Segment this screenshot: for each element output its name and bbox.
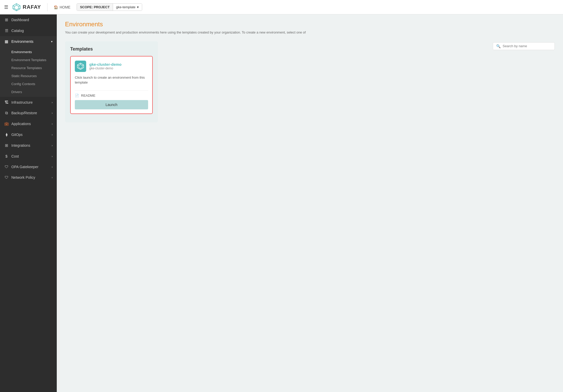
sidebar-label-opa: OPA Gatekeeper bbox=[11, 165, 38, 169]
gitops-icon: ⧫ bbox=[4, 132, 9, 137]
home-label: HOME bbox=[60, 5, 70, 9]
sidebar-label-network: Network Policy bbox=[11, 175, 35, 179]
app-layout: ⊞ Dashboard ☰ Catalog ▦ Environments ▾ E… bbox=[0, 14, 563, 392]
sidebar-label-cost: Cost bbox=[11, 154, 19, 158]
logo-area: RAFAY bbox=[12, 3, 41, 11]
template-info: gke-cluster-demo gke-cluster-demo bbox=[89, 62, 122, 70]
environments-submenu: Environments Environment Templates Resou… bbox=[0, 47, 57, 97]
sidebar-item-gitops[interactable]: ⧫ GitOps › bbox=[0, 129, 57, 140]
sidebar-item-static-resources[interactable]: Static Resources bbox=[11, 72, 57, 80]
template-footer: 📄 README Launch bbox=[75, 90, 148, 109]
backup-chevron: › bbox=[52, 111, 53, 115]
sidebar-item-integrations[interactable]: ⊞ Integrations › bbox=[0, 140, 57, 151]
environments-chevron: ▾ bbox=[51, 40, 53, 43]
hamburger-menu[interactable]: ☰ bbox=[4, 4, 8, 10]
sidebar-label-applications: Applications bbox=[11, 122, 31, 126]
page-title: Environments bbox=[65, 21, 555, 28]
scope-key: PROJECT bbox=[94, 5, 109, 9]
scope-label: SCOPE: PROJECT bbox=[77, 4, 113, 11]
sidebar-item-network-policy[interactable]: 🛡 Network Policy › bbox=[0, 172, 57, 183]
cost-chevron: › bbox=[52, 155, 53, 158]
cost-icon: $ bbox=[4, 154, 9, 158]
dashboard-icon: ⊞ bbox=[4, 18, 9, 22]
readme-link[interactable]: 📄 README bbox=[75, 94, 148, 97]
applications-icon: 💼 bbox=[4, 121, 9, 126]
applications-chevron: › bbox=[52, 122, 53, 125]
readme-label: README bbox=[81, 94, 95, 97]
search-area: 🔍 bbox=[164, 41, 555, 50]
main-content: Environments You can create your develop… bbox=[57, 14, 563, 128]
integrations-icon: ⊞ bbox=[4, 143, 9, 148]
home-icon: 🏠 bbox=[54, 5, 58, 9]
sidebar-item-environments-parent[interactable]: ▦ Environments ▾ bbox=[0, 36, 57, 47]
sidebar-label-integrations: Integrations bbox=[11, 143, 30, 148]
search-icon: 🔍 bbox=[496, 44, 501, 48]
template-logo bbox=[75, 61, 86, 72]
template-name: gke-cluster-demo bbox=[89, 62, 122, 67]
sidebar-item-resource-templates[interactable]: Resource Templates bbox=[11, 64, 57, 72]
environments-icon: ▦ bbox=[4, 39, 9, 44]
template-card: gke-cluster-demo gke-cluster-demo Click … bbox=[70, 56, 153, 114]
svg-marker-9 bbox=[79, 64, 82, 69]
network-chevron: › bbox=[52, 176, 53, 179]
readme-icon: 📄 bbox=[75, 94, 79, 97]
sidebar-item-catalog[interactable]: ☰ Catalog bbox=[0, 25, 57, 36]
svg-marker-1 bbox=[14, 5, 19, 10]
template-card-header: gke-cluster-demo gke-cluster-demo bbox=[75, 61, 148, 72]
scope-selector: SCOPE: PROJECT gke-template ▾ bbox=[77, 3, 142, 11]
sidebar-label-infrastructure: Infrastructure bbox=[11, 100, 33, 104]
sidebar-label-gitops: GitOps bbox=[11, 133, 23, 137]
topbar: ☰ RAFAY 🏠 HOME SCOPE: PROJECT gke-templa… bbox=[0, 0, 563, 14]
logo-text: RAFAY bbox=[23, 4, 41, 10]
page-description: You can create your development and prod… bbox=[65, 30, 555, 35]
sidebar-item-config-contexts[interactable]: Config Contexts bbox=[11, 80, 57, 88]
sidebar-item-opa-gatekeeper[interactable]: 🛡 OPA Gatekeeper › bbox=[0, 161, 57, 172]
catalog-icon: ☰ bbox=[4, 28, 9, 33]
sidebar-item-infrastructure[interactable]: 🏗 Infrastructure › bbox=[0, 97, 57, 108]
scope-value-dropdown[interactable]: gke-template ▾ bbox=[113, 4, 142, 11]
template-sub: gke-cluster-demo bbox=[89, 67, 122, 70]
sidebar-item-dashboard[interactable]: ⊞ Dashboard bbox=[0, 14, 57, 25]
sidebar-label-catalog: Catalog bbox=[11, 29, 24, 33]
backup-icon: ⧉ bbox=[4, 111, 9, 115]
svg-line-6 bbox=[13, 9, 14, 9]
sidebar-item-cost[interactable]: $ Cost › bbox=[0, 151, 57, 161]
sidebar-label-backup: Backup/Restore bbox=[11, 111, 37, 115]
infrastructure-icon: 🏗 bbox=[4, 100, 9, 104]
sidebar-item-backup-restore[interactable]: ⧉ Backup/Restore › bbox=[0, 108, 57, 118]
sidebar-label-dashboard: Dashboard bbox=[11, 18, 29, 22]
search-box: 🔍 bbox=[493, 42, 555, 50]
search-input[interactable] bbox=[503, 44, 551, 48]
rafay-logo-icon bbox=[12, 3, 21, 11]
sidebar-item-environment-templates[interactable]: Environment Templates bbox=[11, 56, 57, 64]
opa-icon: 🛡 bbox=[4, 165, 9, 169]
sidebar-item-drivers[interactable]: Drivers bbox=[11, 88, 57, 96]
template-description: Click launch to create an environment fr… bbox=[75, 75, 148, 85]
home-link[interactable]: 🏠 HOME bbox=[54, 5, 70, 9]
sidebar-label-environments: Environments bbox=[11, 39, 34, 44]
svg-line-4 bbox=[19, 9, 20, 9]
topbar-divider bbox=[47, 3, 47, 11]
scope-prefix: SCOPE: bbox=[80, 5, 93, 9]
sidebar: ⊞ Dashboard ☰ Catalog ▦ Environments ▾ E… bbox=[0, 14, 57, 392]
gitops-chevron: › bbox=[52, 133, 53, 136]
scope-dropdown-arrow: ▾ bbox=[137, 5, 139, 9]
launch-button[interactable]: Launch bbox=[75, 100, 148, 109]
scope-value-text: gke-template bbox=[116, 5, 135, 9]
templates-panel: Templates bbox=[65, 41, 158, 122]
templates-area: Templates bbox=[65, 41, 555, 122]
sidebar-item-environments[interactable]: Environments bbox=[11, 48, 57, 56]
integrations-chevron: › bbox=[52, 144, 53, 147]
network-icon: 🛡 bbox=[4, 175, 9, 179]
main-content-area: Environments You can create your develop… bbox=[57, 14, 563, 392]
opa-chevron: › bbox=[52, 165, 53, 168]
infrastructure-chevron: › bbox=[52, 101, 53, 104]
sidebar-item-applications[interactable]: 💼 Applications › bbox=[0, 118, 57, 129]
templates-panel-title: Templates bbox=[70, 46, 153, 52]
